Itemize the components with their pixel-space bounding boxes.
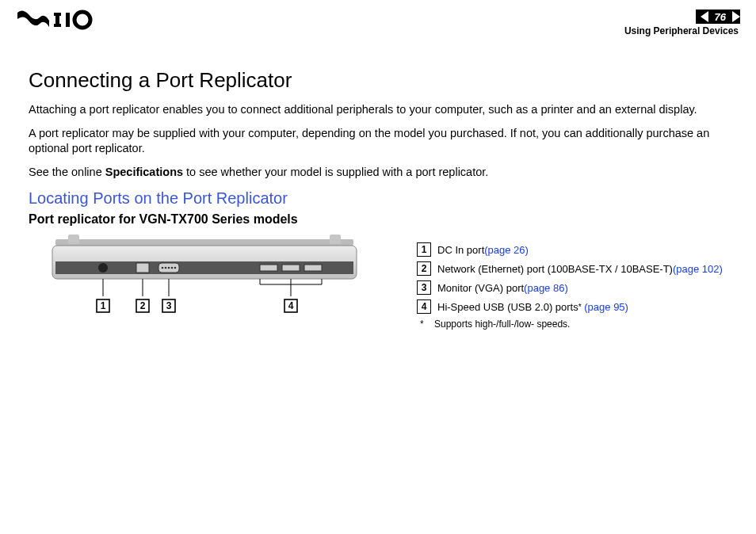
svg-point-4 [74,12,90,28]
legend-link-2[interactable]: (page 102) [673,263,723,275]
svg-text:2: 2 [140,300,146,311]
svg-rect-2 [54,24,61,27]
legend-num-1: 1 [417,242,431,257]
port-legend: 1 DC In port (page 26) 2 Network (Ethern… [417,235,727,330]
svg-point-15 [168,267,170,269]
prev-page-icon[interactable] [701,11,708,22]
svg-point-13 [162,267,164,269]
page-title: Connecting a Port Replicator [29,68,727,93]
port-replicator-diagram: 1 2 3 4 [29,235,393,322]
svg-point-16 [171,267,174,269]
intro-paragraph-3: See the online Specifications to see whe… [29,165,727,181]
svg-rect-11 [136,263,149,273]
svg-text:3: 3 [166,300,172,311]
vaio-logo [16,10,103,30]
legend-link-3[interactable]: (page 86) [524,282,568,294]
legend-item-2: 2 Network (Ethernet) port (100BASE-TX / … [417,261,727,276]
legend-num-4: 4 [417,299,431,314]
svg-rect-5 [55,239,353,246]
legend-item-3: 3 Monitor (VGA) port (page 86) [417,280,727,295]
model-heading: Port replicator for VGN-TX700 Series mod… [29,212,727,227]
intro-paragraph-2: A port replicator may be supplied with y… [29,126,727,157]
section-subtitle: Locating Ports on the Port Replicator [29,189,727,208]
intro-paragraph-1: Attaching a port replicator enables you … [29,102,727,118]
legend-item-1: 1 DC In port (page 26) [417,242,727,257]
legend-item-4: 4 Hi-Speed USB (USB 2.0) ports* (page 95… [417,299,727,314]
legend-link-4[interactable]: (page 95) [584,301,628,313]
svg-text:1: 1 [101,300,106,311]
legend-num-2: 2 [417,261,431,276]
svg-point-17 [174,267,177,269]
breadcrumb[interactable]: Using Peripheral Devices [624,25,740,36]
legend-link-1[interactable]: (page 26) [484,244,529,256]
svg-rect-1 [54,13,61,16]
svg-rect-3 [66,13,70,27]
svg-rect-18 [260,265,277,271]
legend-num-3: 3 [417,280,431,295]
next-page-icon[interactable] [732,11,740,22]
svg-rect-6 [68,235,79,244]
page-number: 76 [713,11,727,23]
svg-text:4: 4 [288,300,294,311]
svg-rect-20 [304,265,322,271]
svg-rect-7 [330,235,341,244]
svg-point-10 [98,263,108,273]
legend-footnote: * Supports high-/full-/low- speeds. [417,318,727,330]
svg-rect-19 [282,265,300,271]
svg-point-14 [165,267,167,269]
